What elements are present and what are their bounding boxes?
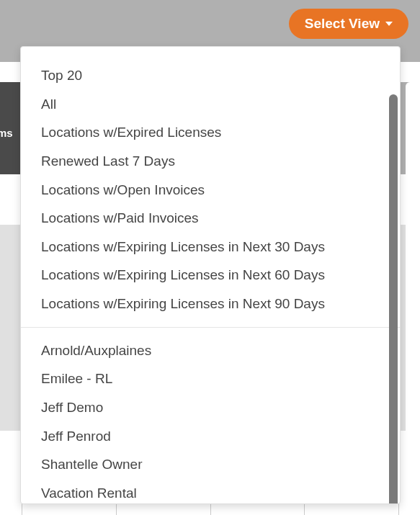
- table-header-cell: [304, 503, 399, 515]
- table-header-cell: [116, 503, 211, 515]
- side-tab-label: ms: [0, 127, 13, 139]
- dropdown-item-vacation-rental[interactable]: Vacation Rental: [21, 479, 400, 503]
- chevron-down-icon: [385, 22, 393, 26]
- table-header-cell: [210, 503, 305, 515]
- top-bar: Select View: [0, 0, 420, 45]
- dropdown-item-emilee-rl[interactable]: Emilee - RL: [21, 364, 400, 393]
- select-view-label: Select View: [305, 16, 380, 32]
- dropdown-item-arnold-auxplaines[interactable]: Arnold/Auxplaines: [21, 336, 400, 365]
- dropdown-item-expired-licenses[interactable]: Locations w/Expired Licenses: [21, 118, 400, 147]
- dropdown-divider: [21, 327, 400, 328]
- table-header-row: [22, 503, 398, 515]
- dropdown-item-jeff-penrod[interactable]: Jeff Penrod: [21, 422, 400, 451]
- select-view-dropdown: Top 20 All Locations w/Expired Licenses …: [20, 46, 401, 504]
- dropdown-item-renewed-7-days[interactable]: Renewed Last 7 Days: [21, 147, 400, 176]
- select-view-button[interactable]: Select View: [289, 9, 408, 39]
- dropdown-list[interactable]: Top 20 All Locations w/Expired Licenses …: [21, 47, 400, 503]
- table-header-cell: [22, 503, 117, 515]
- dropdown-item-paid-invoices[interactable]: Locations w/Paid Invoices: [21, 204, 400, 233]
- scrollbar-thumb[interactable]: [389, 94, 398, 504]
- dropdown-item-shantelle-owner[interactable]: Shantelle Owner: [21, 450, 400, 479]
- dropdown-item-open-invoices[interactable]: Locations w/Open Invoices: [21, 176, 400, 205]
- side-tab-panel: ms: [0, 82, 22, 174]
- dropdown-item-expiring-90-days[interactable]: Locations w/Expiring Licenses in Next 90…: [21, 290, 400, 318]
- dropdown-item-top-20[interactable]: Top 20: [21, 61, 400, 90]
- scrollbar-track[interactable]: [389, 94, 398, 504]
- dropdown-item-jeff-demo[interactable]: Jeff Demo: [21, 393, 400, 422]
- background-edge: [406, 82, 420, 504]
- dropdown-item-all[interactable]: All: [21, 90, 400, 119]
- dropdown-item-expiring-60-days[interactable]: Locations w/Expiring Licenses in Next 60…: [21, 261, 400, 290]
- dropdown-item-expiring-30-days[interactable]: Locations w/Expiring Licenses in Next 30…: [21, 233, 400, 261]
